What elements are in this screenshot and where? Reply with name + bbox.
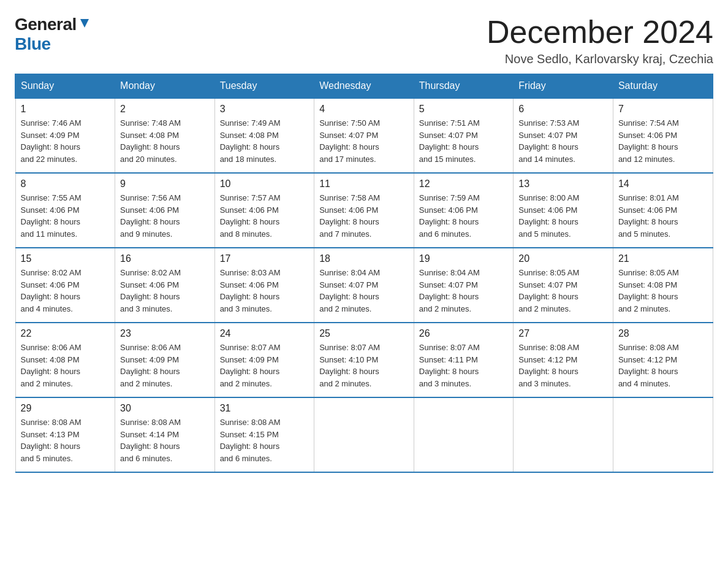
calendar-cell: 23Sunrise: 8:06 AMSunset: 4:09 PMDayligh… xyxy=(115,323,215,397)
month-title: December 2024 xyxy=(487,15,713,50)
calendar-table: SundayMondayTuesdayWednesdayThursdayFrid… xyxy=(15,74,713,473)
day-number: 20 xyxy=(518,253,608,264)
day-number: 15 xyxy=(21,253,110,264)
calendar-cell: 9Sunrise: 7:56 AMSunset: 4:06 PMDaylight… xyxy=(115,173,215,248)
calendar-cell: 12Sunrise: 7:59 AMSunset: 4:06 PMDayligh… xyxy=(414,173,514,248)
calendar-header-thursday: Thursday xyxy=(414,74,514,99)
logo-general-text: General xyxy=(15,15,77,34)
logo-blue-text: Blue xyxy=(15,34,51,53)
calendar-week-row-3: 15Sunrise: 8:02 AMSunset: 4:06 PMDayligh… xyxy=(15,248,713,323)
calendar-week-row-5: 29Sunrise: 8:08 AMSunset: 4:13 PMDayligh… xyxy=(15,397,713,472)
day-number: 19 xyxy=(419,253,509,264)
day-info: Sunrise: 8:08 AMSunset: 4:12 PMDaylight:… xyxy=(618,342,708,389)
day-info: Sunrise: 8:04 AMSunset: 4:07 PMDaylight:… xyxy=(419,267,509,315)
day-info: Sunrise: 7:59 AMSunset: 4:06 PMDaylight:… xyxy=(419,192,509,240)
day-number: 27 xyxy=(518,328,608,339)
calendar-cell: 14Sunrise: 8:01 AMSunset: 4:06 PMDayligh… xyxy=(613,173,713,248)
logo-arrow-icon xyxy=(78,17,91,30)
day-number: 14 xyxy=(618,178,708,190)
calendar-cell: 13Sunrise: 8:00 AMSunset: 4:06 PMDayligh… xyxy=(514,173,613,248)
svg-marker-0 xyxy=(80,19,89,28)
day-info: Sunrise: 7:54 AMSunset: 4:06 PMDaylight:… xyxy=(618,117,708,165)
calendar-cell xyxy=(314,397,414,472)
calendar-cell: 1Sunrise: 7:46 AMSunset: 4:09 PMDaylight… xyxy=(15,98,115,173)
day-info: Sunrise: 8:07 AMSunset: 4:11 PMDaylight:… xyxy=(419,342,509,389)
day-info: Sunrise: 8:08 AMSunset: 4:14 PMDaylight:… xyxy=(120,416,210,464)
day-info: Sunrise: 8:07 AMSunset: 4:10 PMDaylight:… xyxy=(319,342,409,389)
day-info: Sunrise: 8:06 AMSunset: 4:09 PMDaylight:… xyxy=(120,342,210,389)
calendar-cell: 4Sunrise: 7:50 AMSunset: 4:07 PMDaylight… xyxy=(314,98,414,173)
calendar-cell: 11Sunrise: 7:58 AMSunset: 4:06 PMDayligh… xyxy=(314,173,414,248)
day-info: Sunrise: 7:57 AMSunset: 4:06 PMDaylight:… xyxy=(220,192,309,240)
header: General Blue December 2024 Nove Sedlo, K… xyxy=(15,15,713,66)
calendar-cell: 24Sunrise: 8:07 AMSunset: 4:09 PMDayligh… xyxy=(214,323,314,397)
day-number: 4 xyxy=(319,104,409,115)
day-info: Sunrise: 8:04 AMSunset: 4:07 PMDaylight:… xyxy=(319,267,409,315)
calendar-cell: 5Sunrise: 7:51 AMSunset: 4:07 PMDaylight… xyxy=(414,98,514,173)
day-number: 26 xyxy=(419,328,509,339)
day-info: Sunrise: 8:08 AMSunset: 4:15 PMDaylight:… xyxy=(220,416,309,464)
day-number: 9 xyxy=(120,178,210,190)
day-info: Sunrise: 7:55 AMSunset: 4:06 PMDaylight:… xyxy=(21,192,110,240)
day-info: Sunrise: 7:46 AMSunset: 4:09 PMDaylight:… xyxy=(21,117,110,165)
calendar-week-row-4: 22Sunrise: 8:06 AMSunset: 4:08 PMDayligh… xyxy=(15,323,713,397)
day-number: 23 xyxy=(120,328,210,339)
calendar-cell xyxy=(514,397,613,472)
day-number: 31 xyxy=(220,403,309,414)
calendar-header-tuesday: Tuesday xyxy=(214,74,314,99)
day-number: 5 xyxy=(419,104,509,115)
day-number: 16 xyxy=(120,253,210,264)
page-container: General Blue December 2024 Nove Sedlo, K… xyxy=(15,15,713,473)
day-number: 24 xyxy=(220,328,309,339)
day-info: Sunrise: 8:05 AMSunset: 4:08 PMDaylight:… xyxy=(618,267,708,315)
calendar-cell: 30Sunrise: 8:08 AMSunset: 4:14 PMDayligh… xyxy=(115,397,215,472)
day-number: 2 xyxy=(120,104,210,115)
calendar-cell: 29Sunrise: 8:08 AMSunset: 4:13 PMDayligh… xyxy=(15,397,115,472)
calendar-header-row: SundayMondayTuesdayWednesdayThursdayFrid… xyxy=(15,74,713,99)
day-number: 13 xyxy=(518,178,608,190)
day-info: Sunrise: 8:07 AMSunset: 4:09 PMDaylight:… xyxy=(220,342,309,389)
calendar-cell: 8Sunrise: 7:55 AMSunset: 4:06 PMDaylight… xyxy=(15,173,115,248)
day-info: Sunrise: 7:56 AMSunset: 4:06 PMDaylight:… xyxy=(120,192,210,240)
day-number: 28 xyxy=(618,328,708,339)
calendar-cell: 28Sunrise: 8:08 AMSunset: 4:12 PMDayligh… xyxy=(613,323,713,397)
calendar-cell: 21Sunrise: 8:05 AMSunset: 4:08 PMDayligh… xyxy=(613,248,713,323)
day-number: 21 xyxy=(618,253,708,264)
calendar-cell: 19Sunrise: 8:04 AMSunset: 4:07 PMDayligh… xyxy=(414,248,514,323)
calendar-cell: 2Sunrise: 7:48 AMSunset: 4:08 PMDaylight… xyxy=(115,98,215,173)
day-info: Sunrise: 7:48 AMSunset: 4:08 PMDaylight:… xyxy=(120,117,210,165)
day-info: Sunrise: 8:01 AMSunset: 4:06 PMDaylight:… xyxy=(618,192,708,240)
title-section: December 2024 Nove Sedlo, Karlovarsky kr… xyxy=(487,15,713,66)
day-number: 3 xyxy=(220,104,309,115)
calendar-cell: 27Sunrise: 8:08 AMSunset: 4:12 PMDayligh… xyxy=(514,323,613,397)
day-number: 1 xyxy=(21,104,110,115)
day-number: 8 xyxy=(21,178,110,190)
calendar-cell: 10Sunrise: 7:57 AMSunset: 4:06 PMDayligh… xyxy=(214,173,314,248)
calendar-cell: 15Sunrise: 8:02 AMSunset: 4:06 PMDayligh… xyxy=(15,248,115,323)
calendar-cell xyxy=(613,397,713,472)
day-info: Sunrise: 8:02 AMSunset: 4:06 PMDaylight:… xyxy=(21,267,110,315)
day-number: 12 xyxy=(419,178,509,190)
day-info: Sunrise: 7:50 AMSunset: 4:07 PMDaylight:… xyxy=(319,117,409,165)
calendar-cell: 16Sunrise: 8:02 AMSunset: 4:06 PMDayligh… xyxy=(115,248,215,323)
calendar-header-monday: Monday xyxy=(115,74,215,99)
calendar-cell xyxy=(414,397,514,472)
calendar-week-row-1: 1Sunrise: 7:46 AMSunset: 4:09 PMDaylight… xyxy=(15,98,713,173)
day-number: 22 xyxy=(21,328,110,339)
day-info: Sunrise: 7:58 AMSunset: 4:06 PMDaylight:… xyxy=(319,192,409,240)
calendar-week-row-2: 8Sunrise: 7:55 AMSunset: 4:06 PMDaylight… xyxy=(15,173,713,248)
day-number: 30 xyxy=(120,403,210,414)
calendar-cell: 3Sunrise: 7:49 AMSunset: 4:08 PMDaylight… xyxy=(214,98,314,173)
day-info: Sunrise: 8:05 AMSunset: 4:07 PMDaylight:… xyxy=(518,267,608,315)
calendar-cell: 31Sunrise: 8:08 AMSunset: 4:15 PMDayligh… xyxy=(214,397,314,472)
day-info: Sunrise: 7:53 AMSunset: 4:07 PMDaylight:… xyxy=(518,117,608,165)
day-number: 17 xyxy=(220,253,309,264)
day-number: 6 xyxy=(518,104,608,115)
calendar-cell: 22Sunrise: 8:06 AMSunset: 4:08 PMDayligh… xyxy=(15,323,115,397)
day-number: 11 xyxy=(319,178,409,190)
day-info: Sunrise: 8:06 AMSunset: 4:08 PMDaylight:… xyxy=(21,342,110,389)
day-number: 29 xyxy=(21,403,110,414)
day-info: Sunrise: 8:08 AMSunset: 4:12 PMDaylight:… xyxy=(518,342,608,389)
day-info: Sunrise: 7:51 AMSunset: 4:07 PMDaylight:… xyxy=(419,117,509,165)
calendar-cell: 25Sunrise: 8:07 AMSunset: 4:10 PMDayligh… xyxy=(314,323,414,397)
